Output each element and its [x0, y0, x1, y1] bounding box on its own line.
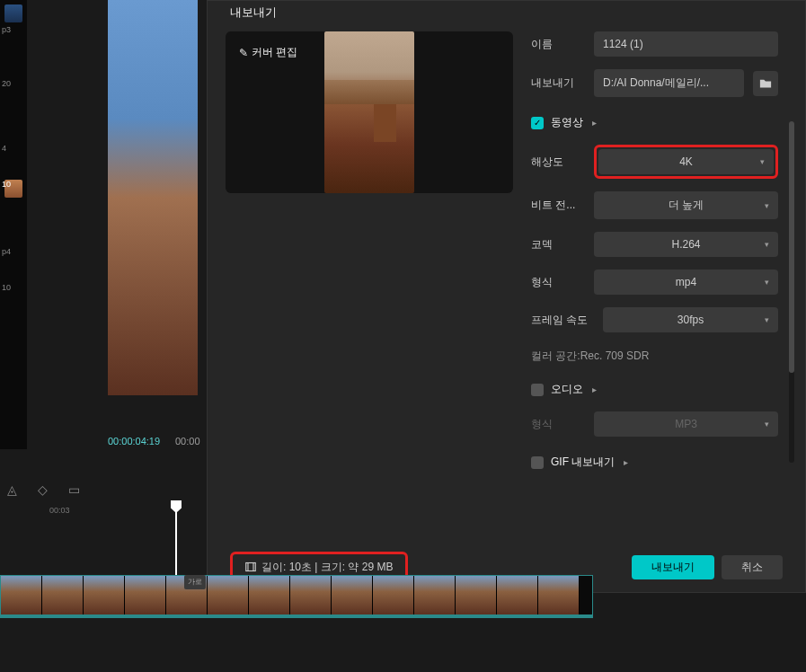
- resolution-label: 해상도: [531, 155, 585, 170]
- clip-frame: [497, 576, 538, 615]
- clip-frame: [42, 576, 84, 615]
- svg-rect-0: [246, 563, 256, 571]
- bitrate-value: 더 높게: [669, 198, 704, 213]
- audio-section-header[interactable]: 오디오 ▸: [531, 382, 778, 397]
- timecode-total: 00:00: [175, 436, 200, 447]
- cover-edit-label: 커버 편집: [252, 45, 297, 60]
- thumb-label: 10: [2, 180, 11, 189]
- video-section-label: 동영상: [551, 115, 583, 130]
- framerate-dropdown[interactable]: 30fps ▾: [603, 307, 778, 332]
- clip-frame: [208, 576, 249, 615]
- file-info-text: 길이: 10초 | 크기: 약 29 MB: [261, 560, 393, 575]
- codec-value: H.264: [671, 238, 700, 251]
- gif-section-header[interactable]: GIF 내보내기 ▸: [531, 455, 778, 470]
- chevron-right-icon: ▸: [592, 385, 597, 394]
- clip-frame: [1, 576, 42, 615]
- thumb-label: p4: [2, 247, 11, 256]
- media-thumb-audio[interactable]: [4, 4, 22, 22]
- cover-edit-button[interactable]: ✎ 커버 편집: [239, 45, 297, 60]
- settings-scrollbar[interactable]: [789, 121, 794, 463]
- audio-format-value: MP3: [675, 418, 697, 430]
- preview-monitor: [108, 0, 198, 395]
- film-icon: [245, 561, 256, 572]
- clip-frame: [290, 576, 332, 615]
- pencil-icon: ✎: [239, 47, 248, 59]
- clip-frame: [414, 576, 456, 615]
- codec-label: 코덱: [531, 237, 585, 252]
- bitrate-dropdown[interactable]: 더 높게 ▾: [594, 191, 778, 219]
- clip-frame: [84, 576, 125, 615]
- tool-icon[interactable]: ◇: [38, 482, 52, 497]
- gif-checkbox[interactable]: [531, 456, 544, 469]
- video-track[interactable]: [0, 575, 593, 618]
- clip-frame: [456, 576, 497, 615]
- format-label: 형식: [531, 275, 585, 290]
- format-dropdown[interactable]: mp4 ▾: [594, 270, 778, 295]
- export-path-display: D:/AI Donna/메일리/...: [594, 69, 744, 97]
- bitrate-label: 비트 전...: [531, 198, 585, 213]
- track-orientation-label[interactable]: 가로: [184, 575, 206, 589]
- chevron-right-icon: ▸: [592, 118, 597, 128]
- thumb-label: 10: [2, 283, 11, 292]
- cover-preview-box: ✎ 커버 편집: [226, 31, 513, 193]
- chevron-right-icon: ▸: [624, 457, 628, 467]
- video-section-header[interactable]: ✓ 동영상 ▸: [531, 115, 778, 130]
- dialog-title: 내보내기: [208, 1, 805, 31]
- export-button[interactable]: 내보내기: [632, 555, 714, 579]
- audio-checkbox[interactable]: [531, 384, 544, 396]
- audio-format-dropdown: MP3 ▾: [594, 411, 778, 437]
- cancel-button[interactable]: 취소: [722, 555, 783, 579]
- chevron-down-icon: ▾: [760, 157, 765, 166]
- audio-section-label: 오디오: [551, 382, 583, 397]
- chevron-down-icon: ▾: [765, 278, 769, 287]
- thumb-label: 4: [2, 144, 6, 153]
- chevron-down-icon: ▾: [765, 201, 769, 210]
- gif-section-label: GIF 내보내기: [551, 455, 615, 470]
- clip-frame: [332, 576, 373, 615]
- ruler-mark: 00:03: [49, 506, 70, 515]
- tool-icon[interactable]: ◬: [7, 482, 22, 497]
- clip-frame: [249, 576, 290, 615]
- resolution-value: 4K: [679, 155, 693, 168]
- thumb-label: 20: [2, 79, 11, 88]
- video-checkbox[interactable]: ✓: [531, 117, 544, 129]
- cover-thumbnail: [324, 31, 414, 193]
- check-icon: ✓: [534, 118, 541, 128]
- name-label: 이름: [531, 37, 585, 52]
- chevron-down-icon: ▾: [765, 420, 769, 429]
- media-sidebar: p3 20 4 10 p4 10: [0, 0, 27, 449]
- codec-dropdown[interactable]: H.264 ▾: [594, 232, 778, 257]
- tool-icon[interactable]: ▭: [68, 482, 83, 497]
- thumb-label: p3: [2, 25, 11, 34]
- name-input[interactable]: [594, 31, 778, 57]
- clip-frame: [125, 576, 166, 615]
- resolution-dropdown[interactable]: 4K ▾: [598, 149, 774, 174]
- timeline-toolbar: ◬ ◇ ▭: [0, 476, 207, 503]
- color-space-info: 컬러 공간:Rec. 709 SDR: [531, 349, 778, 364]
- framerate-label: 프레임 속도: [531, 313, 594, 328]
- framerate-value: 30fps: [678, 314, 704, 326]
- export-path-label: 내보내기: [531, 75, 585, 91]
- clip-frame: [538, 576, 580, 615]
- chevron-down-icon: ▾: [765, 240, 769, 249]
- chevron-down-icon: ▾: [765, 315, 769, 324]
- browse-folder-button[interactable]: [753, 71, 778, 96]
- clip-frame: [373, 576, 414, 615]
- export-dialog: 내보내기 ✎ 커버 편집 이름 내보내기 D:/AI Donna/메일리/...: [207, 0, 806, 593]
- folder-icon: [759, 77, 772, 90]
- timecode-current: 00:00:04:19: [108, 436, 160, 447]
- format-value: mp4: [676, 276, 696, 288]
- audio-format-label: 형식: [531, 417, 585, 432]
